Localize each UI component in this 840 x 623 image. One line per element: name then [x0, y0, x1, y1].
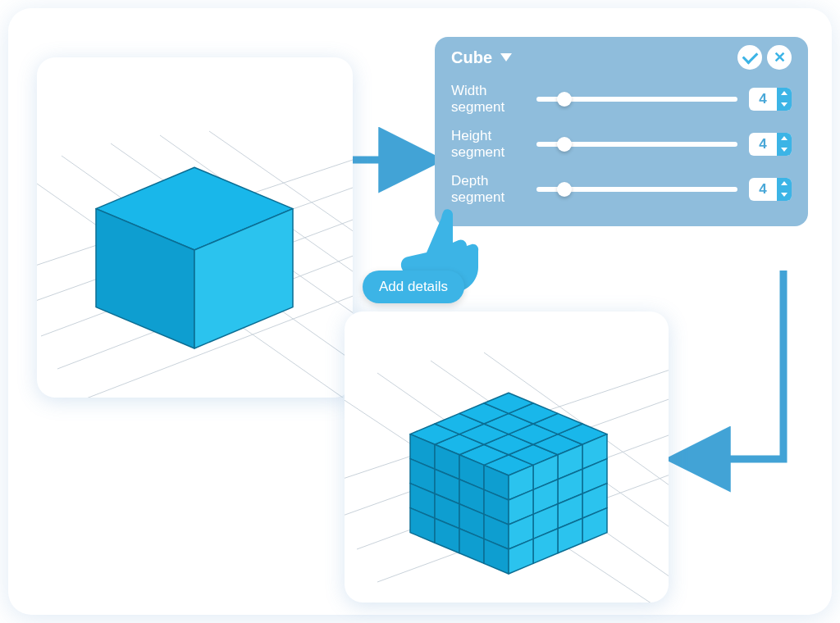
- param-row: Depth segment4: [446, 166, 797, 211]
- add-details-button[interactable]: Add details: [363, 271, 464, 303]
- step-up-icon[interactable]: [777, 133, 792, 144]
- param-stepper[interactable]: [777, 133, 792, 156]
- param-slider[interactable]: [536, 97, 737, 102]
- slider-thumb[interactable]: [557, 92, 572, 107]
- dropdown-icon[interactable]: [500, 53, 512, 61]
- before-cube-card: [37, 57, 353, 398]
- slider-thumb[interactable]: [557, 182, 572, 197]
- param-stepper[interactable]: [777, 88, 792, 111]
- param-label: Depth segment: [451, 173, 525, 205]
- properties-panel: Cube Width segment4Height segment4Depth …: [435, 37, 808, 226]
- step-down-icon[interactable]: [777, 99, 792, 111]
- add-details-label: Add details: [379, 279, 448, 294]
- param-stepper[interactable]: [777, 178, 792, 201]
- param-label: Height segment: [451, 128, 525, 160]
- param-slider[interactable]: [536, 187, 737, 192]
- param-number-input[interactable]: 4: [749, 178, 792, 201]
- param-row: Height segment4: [446, 121, 797, 166]
- param-value: 4: [749, 133, 777, 156]
- step-up-icon[interactable]: [777, 88, 792, 99]
- param-slider[interactable]: [536, 142, 737, 147]
- param-label: Width segment: [451, 83, 525, 115]
- close-button[interactable]: [767, 45, 792, 70]
- param-number-input[interactable]: 4: [749, 88, 792, 111]
- param-value: 4: [749, 88, 777, 111]
- confirm-button[interactable]: [737, 45, 762, 70]
- step-down-icon[interactable]: [777, 189, 792, 201]
- param-value: 4: [749, 178, 777, 201]
- after-cube-card: [345, 312, 669, 603]
- step-up-icon[interactable]: [777, 178, 792, 189]
- step-down-icon[interactable]: [777, 144, 792, 156]
- param-row: Width segment4: [446, 76, 797, 121]
- slider-thumb[interactable]: [557, 137, 572, 152]
- panel-title[interactable]: Cube: [451, 48, 492, 67]
- param-number-input[interactable]: 4: [749, 133, 792, 156]
